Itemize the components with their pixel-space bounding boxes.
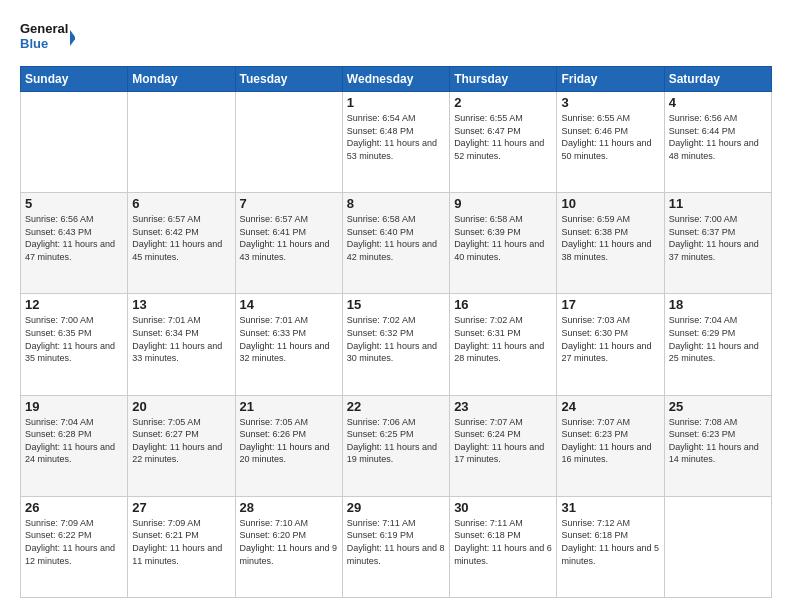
cell-info: Sunrise: 7:02 AM Sunset: 6:31 PM Dayligh…: [454, 314, 552, 364]
calendar-cell: 18Sunrise: 7:04 AM Sunset: 6:29 PM Dayli…: [664, 294, 771, 395]
calendar-cell: 3Sunrise: 6:55 AM Sunset: 6:46 PM Daylig…: [557, 92, 664, 193]
day-number: 24: [561, 399, 659, 414]
weekday-header-friday: Friday: [557, 67, 664, 92]
calendar-week-row: 19Sunrise: 7:04 AM Sunset: 6:28 PM Dayli…: [21, 395, 772, 496]
calendar-cell: 26Sunrise: 7:09 AM Sunset: 6:22 PM Dayli…: [21, 496, 128, 597]
svg-marker-2: [70, 30, 75, 46]
cell-info: Sunrise: 7:04 AM Sunset: 6:28 PM Dayligh…: [25, 416, 123, 466]
day-number: 1: [347, 95, 445, 110]
cell-info: Sunrise: 7:09 AM Sunset: 6:22 PM Dayligh…: [25, 517, 123, 567]
day-number: 28: [240, 500, 338, 515]
cell-info: Sunrise: 7:05 AM Sunset: 6:26 PM Dayligh…: [240, 416, 338, 466]
calendar-cell: 7Sunrise: 6:57 AM Sunset: 6:41 PM Daylig…: [235, 193, 342, 294]
cell-info: Sunrise: 7:05 AM Sunset: 6:27 PM Dayligh…: [132, 416, 230, 466]
cell-info: Sunrise: 7:12 AM Sunset: 6:18 PM Dayligh…: [561, 517, 659, 567]
cell-info: Sunrise: 6:57 AM Sunset: 6:42 PM Dayligh…: [132, 213, 230, 263]
day-number: 3: [561, 95, 659, 110]
svg-text:Blue: Blue: [20, 36, 48, 51]
calendar-cell: 4Sunrise: 6:56 AM Sunset: 6:44 PM Daylig…: [664, 92, 771, 193]
day-number: 21: [240, 399, 338, 414]
header: General Blue: [20, 18, 772, 56]
calendar-cell: [21, 92, 128, 193]
calendar-cell: 27Sunrise: 7:09 AM Sunset: 6:21 PM Dayli…: [128, 496, 235, 597]
day-number: 11: [669, 196, 767, 211]
weekday-header-thursday: Thursday: [450, 67, 557, 92]
cell-info: Sunrise: 7:11 AM Sunset: 6:19 PM Dayligh…: [347, 517, 445, 567]
calendar-cell: 2Sunrise: 6:55 AM Sunset: 6:47 PM Daylig…: [450, 92, 557, 193]
calendar-cell: 9Sunrise: 6:58 AM Sunset: 6:39 PM Daylig…: [450, 193, 557, 294]
calendar-cell: 12Sunrise: 7:00 AM Sunset: 6:35 PM Dayli…: [21, 294, 128, 395]
calendar-cell: 15Sunrise: 7:02 AM Sunset: 6:32 PM Dayli…: [342, 294, 449, 395]
day-number: 17: [561, 297, 659, 312]
logo-svg: General Blue: [20, 18, 75, 56]
calendar-week-row: 5Sunrise: 6:56 AM Sunset: 6:43 PM Daylig…: [21, 193, 772, 294]
calendar-cell: 17Sunrise: 7:03 AM Sunset: 6:30 PM Dayli…: [557, 294, 664, 395]
cell-info: Sunrise: 6:55 AM Sunset: 6:46 PM Dayligh…: [561, 112, 659, 162]
cell-info: Sunrise: 6:59 AM Sunset: 6:38 PM Dayligh…: [561, 213, 659, 263]
cell-info: Sunrise: 6:58 AM Sunset: 6:39 PM Dayligh…: [454, 213, 552, 263]
day-number: 14: [240, 297, 338, 312]
cell-info: Sunrise: 7:00 AM Sunset: 6:35 PM Dayligh…: [25, 314, 123, 364]
page: General Blue SundayMondayTuesdayWednesda…: [0, 0, 792, 612]
cell-info: Sunrise: 7:11 AM Sunset: 6:18 PM Dayligh…: [454, 517, 552, 567]
cell-info: Sunrise: 7:09 AM Sunset: 6:21 PM Dayligh…: [132, 517, 230, 567]
calendar-week-row: 26Sunrise: 7:09 AM Sunset: 6:22 PM Dayli…: [21, 496, 772, 597]
logo: General Blue: [20, 18, 75, 56]
cell-info: Sunrise: 6:56 AM Sunset: 6:43 PM Dayligh…: [25, 213, 123, 263]
calendar-cell: 29Sunrise: 7:11 AM Sunset: 6:19 PM Dayli…: [342, 496, 449, 597]
calendar-cell: [664, 496, 771, 597]
cell-info: Sunrise: 6:55 AM Sunset: 6:47 PM Dayligh…: [454, 112, 552, 162]
day-number: 4: [669, 95, 767, 110]
calendar-cell: 1Sunrise: 6:54 AM Sunset: 6:48 PM Daylig…: [342, 92, 449, 193]
calendar-cell: 16Sunrise: 7:02 AM Sunset: 6:31 PM Dayli…: [450, 294, 557, 395]
weekday-header-tuesday: Tuesday: [235, 67, 342, 92]
cell-info: Sunrise: 7:04 AM Sunset: 6:29 PM Dayligh…: [669, 314, 767, 364]
cell-info: Sunrise: 7:07 AM Sunset: 6:24 PM Dayligh…: [454, 416, 552, 466]
day-number: 29: [347, 500, 445, 515]
calendar-cell: 25Sunrise: 7:08 AM Sunset: 6:23 PM Dayli…: [664, 395, 771, 496]
calendar-cell: 14Sunrise: 7:01 AM Sunset: 6:33 PM Dayli…: [235, 294, 342, 395]
cell-info: Sunrise: 7:07 AM Sunset: 6:23 PM Dayligh…: [561, 416, 659, 466]
svg-text:General: General: [20, 21, 68, 36]
day-number: 15: [347, 297, 445, 312]
day-number: 9: [454, 196, 552, 211]
calendar-cell: 19Sunrise: 7:04 AM Sunset: 6:28 PM Dayli…: [21, 395, 128, 496]
cell-info: Sunrise: 6:54 AM Sunset: 6:48 PM Dayligh…: [347, 112, 445, 162]
day-number: 22: [347, 399, 445, 414]
cell-info: Sunrise: 7:08 AM Sunset: 6:23 PM Dayligh…: [669, 416, 767, 466]
day-number: 31: [561, 500, 659, 515]
calendar-cell: 6Sunrise: 6:57 AM Sunset: 6:42 PM Daylig…: [128, 193, 235, 294]
day-number: 10: [561, 196, 659, 211]
day-number: 6: [132, 196, 230, 211]
cell-info: Sunrise: 7:00 AM Sunset: 6:37 PM Dayligh…: [669, 213, 767, 263]
calendar-table: SundayMondayTuesdayWednesdayThursdayFrid…: [20, 66, 772, 598]
cell-info: Sunrise: 7:10 AM Sunset: 6:20 PM Dayligh…: [240, 517, 338, 567]
cell-info: Sunrise: 7:06 AM Sunset: 6:25 PM Dayligh…: [347, 416, 445, 466]
day-number: 23: [454, 399, 552, 414]
calendar-cell: 10Sunrise: 6:59 AM Sunset: 6:38 PM Dayli…: [557, 193, 664, 294]
cell-info: Sunrise: 6:58 AM Sunset: 6:40 PM Dayligh…: [347, 213, 445, 263]
cell-info: Sunrise: 7:02 AM Sunset: 6:32 PM Dayligh…: [347, 314, 445, 364]
calendar-cell: 21Sunrise: 7:05 AM Sunset: 6:26 PM Dayli…: [235, 395, 342, 496]
weekday-header-monday: Monday: [128, 67, 235, 92]
calendar-week-row: 1Sunrise: 6:54 AM Sunset: 6:48 PM Daylig…: [21, 92, 772, 193]
cell-info: Sunrise: 7:03 AM Sunset: 6:30 PM Dayligh…: [561, 314, 659, 364]
calendar-cell: [235, 92, 342, 193]
day-number: 7: [240, 196, 338, 211]
cell-info: Sunrise: 7:01 AM Sunset: 6:33 PM Dayligh…: [240, 314, 338, 364]
calendar-cell: 24Sunrise: 7:07 AM Sunset: 6:23 PM Dayli…: [557, 395, 664, 496]
weekday-header-saturday: Saturday: [664, 67, 771, 92]
day-number: 30: [454, 500, 552, 515]
day-number: 13: [132, 297, 230, 312]
calendar-cell: 31Sunrise: 7:12 AM Sunset: 6:18 PM Dayli…: [557, 496, 664, 597]
day-number: 19: [25, 399, 123, 414]
calendar-cell: 20Sunrise: 7:05 AM Sunset: 6:27 PM Dayli…: [128, 395, 235, 496]
day-number: 12: [25, 297, 123, 312]
weekday-header-row: SundayMondayTuesdayWednesdayThursdayFrid…: [21, 67, 772, 92]
day-number: 5: [25, 196, 123, 211]
weekday-header-wednesday: Wednesday: [342, 67, 449, 92]
weekday-header-sunday: Sunday: [21, 67, 128, 92]
calendar-cell: 23Sunrise: 7:07 AM Sunset: 6:24 PM Dayli…: [450, 395, 557, 496]
day-number: 2: [454, 95, 552, 110]
calendar-cell: 30Sunrise: 7:11 AM Sunset: 6:18 PM Dayli…: [450, 496, 557, 597]
